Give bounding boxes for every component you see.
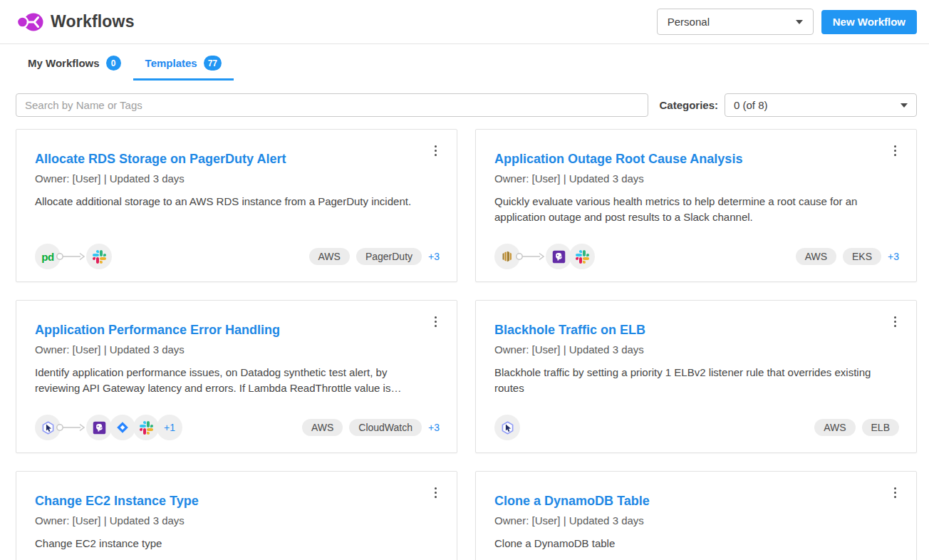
categories-select[interactable]: 0 (of 8)	[725, 93, 917, 117]
card-icons: +1	[35, 415, 182, 440]
tab-count-badge: 0	[106, 56, 121, 71]
flow-arrow-icon	[56, 422, 87, 432]
card-title-link[interactable]: Clone a DynamoDB Table	[494, 494, 650, 509]
app-header: Workflows Personal New Workflow	[0, 0, 929, 44]
workflow-card: Allocate RDS Storage on PagerDuty Alert …	[16, 129, 457, 282]
card-tags: AWSPagerDuty+3	[309, 248, 440, 265]
tab-count-badge: 77	[204, 56, 222, 71]
card-title-link[interactable]: Change EC2 Instance Type	[35, 494, 199, 509]
header-actions: Personal New Workflow	[657, 9, 917, 35]
tag-pill[interactable]: CloudWatch	[349, 419, 422, 436]
workflow-card: Change EC2 Instance Type Owner: [User] |…	[16, 471, 457, 560]
workflow-card: Blackhole Traffic on ELB Owner: [User] |…	[475, 300, 917, 453]
card-icons	[494, 244, 595, 269]
slack-icon	[133, 415, 159, 440]
card-icons: pd	[35, 244, 112, 269]
more-tags-link[interactable]: +3	[428, 422, 440, 433]
tag-pill[interactable]: AWS	[814, 419, 855, 436]
tag-pill[interactable]: PagerDuty	[356, 248, 422, 265]
card-meta: Owner: [User] | Updated 3 days	[494, 172, 898, 185]
categories-label: Categories:	[659, 99, 718, 111]
card-tags: AWSCloudWatch+3	[302, 419, 440, 436]
app-logo-icon	[16, 10, 44, 34]
page-title: Workflows	[51, 12, 135, 31]
tab-label: Templates	[145, 57, 197, 69]
card-title-link[interactable]: Allocate RDS Storage on PagerDuty Alert	[35, 152, 286, 167]
card-meta: Owner: [User] | Updated 3 days	[494, 514, 898, 527]
workflow-grid: Allocate RDS Storage on PagerDuty Alert …	[16, 129, 917, 560]
workflow-card: Clone a DynamoDB Table Owner: [User] | U…	[475, 471, 917, 560]
card-footer: AWSELB	[494, 415, 899, 440]
card-tags: AWSELB	[814, 419, 899, 436]
card-meta: Owner: [User] | Updated 3 days	[494, 343, 898, 356]
chevron-down-icon	[901, 103, 908, 108]
card-footer: AWSEKS+3	[494, 244, 899, 269]
workspace-select-value: Personal	[668, 16, 710, 28]
datadog-icon	[86, 415, 112, 440]
flow-arrow-icon	[56, 252, 87, 261]
tab-templates[interactable]: Templates 77	[133, 44, 234, 81]
card-footer: pd AWSPagerDuty+3	[35, 244, 440, 269]
card-tags: AWSEKS+3	[796, 248, 899, 265]
card-description: Quickly evaluate various health metrics …	[494, 194, 893, 225]
slack-icon	[86, 244, 112, 269]
card-description: Change EC2 instance type	[35, 536, 434, 551]
card-title-link[interactable]: Application Performance Error Handling	[35, 323, 280, 338]
datadog-icon	[546, 244, 571, 269]
card-description: Blackhole traffic by setting a priority …	[494, 365, 893, 396]
card-footer: +1 AWSCloudWatch+3	[35, 415, 440, 440]
tag-pill[interactable]: AWS	[302, 419, 343, 436]
card-meta: Owner: [User] | Updated 3 days	[35, 514, 438, 527]
more-tags-link[interactable]: +3	[888, 251, 899, 262]
tag-pill[interactable]: EKS	[843, 248, 881, 265]
jira-icon	[110, 415, 135, 440]
card-icons	[494, 415, 520, 440]
workspace-select[interactable]: Personal	[657, 9, 814, 35]
card-description: Clone a DynamoDB table	[494, 536, 893, 551]
more-tags-link[interactable]: +3	[428, 251, 440, 262]
kebab-menu-icon[interactable]	[891, 313, 899, 330]
extra-icons-badge: +1	[157, 415, 182, 440]
flow-arrow-icon	[515, 252, 546, 261]
filter-row: Categories: 0 (of 8)	[16, 93, 917, 117]
datadog-synthetics-icon	[494, 415, 520, 440]
kebab-menu-icon[interactable]	[432, 142, 440, 159]
workflow-card: Application Performance Error Handling O…	[16, 300, 457, 453]
chevron-down-icon	[796, 20, 803, 24]
tag-pill[interactable]: AWS	[309, 248, 350, 265]
card-meta: Owner: [User] | Updated 3 days	[35, 343, 438, 356]
card-meta: Owner: [User] | Updated 3 days	[35, 172, 438, 185]
tag-pill[interactable]: ELB	[862, 419, 899, 436]
slack-icon	[569, 244, 595, 269]
tab-bar: My Workflows 0 Templates 77	[0, 44, 929, 81]
card-title-link[interactable]: Application Outage Root Cause Analysis	[494, 152, 742, 167]
kebab-menu-icon[interactable]	[891, 142, 899, 159]
workflows-page: Workflows Personal New Workflow My Workf…	[0, 0, 929, 560]
kebab-menu-icon[interactable]	[891, 484, 899, 501]
categories-select-value: 0 (of 8)	[734, 99, 768, 111]
new-workflow-button[interactable]: New Workflow	[821, 10, 917, 34]
tab-my-workflows[interactable]: My Workflows 0	[16, 44, 133, 81]
card-description: Identify application performance issues,…	[35, 365, 434, 396]
kebab-menu-icon[interactable]	[432, 313, 440, 330]
workflow-card: Application Outage Root Cause Analysis O…	[475, 129, 917, 282]
tag-pill[interactable]: AWS	[796, 248, 836, 265]
card-description: Allocate additional storage to an AWS RD…	[35, 194, 434, 209]
kebab-menu-icon[interactable]	[432, 484, 440, 501]
card-title-link[interactable]: Blackhole Traffic on ELB	[494, 323, 645, 338]
tab-label: My Workflows	[28, 57, 100, 69]
search-input[interactable]	[16, 93, 648, 117]
categories-group: Categories: 0 (of 8)	[659, 93, 917, 117]
